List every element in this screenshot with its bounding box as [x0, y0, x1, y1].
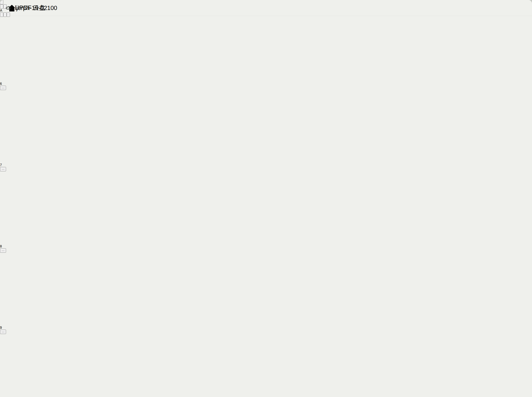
thumbnail-more-button[interactable]: ··· — [0, 330, 6, 334]
thumbnail-page-number: 6 — [0, 82, 532, 86]
thumbnail-more-button[interactable]: ··· — [0, 167, 6, 171]
cloud-icon — [5, 4, 12, 12]
account-avatar[interactable]: A — [0, 9, 532, 12]
thumbnail-page-9[interactable] — [0, 253, 532, 326]
thumbnail-more-button[interactable]: ··· — [0, 248, 6, 253]
highlight-mark-pink — [0, 173, 41, 175]
window-controls: A — [0, 4, 532, 17]
tab-document[interactable]: ijerph-19-02100 — [0, 2, 65, 14]
thumbnail-page-number: 9 — [0, 326, 532, 330]
thumbnail-page-number: 8 — [0, 245, 532, 248]
updf-window: UPDF 云盘ijerph-19-02100 A 6···7···8···9··… — [0, 0, 532, 397]
tab-bar: UPDF 云盘ijerph-19-02100 A — [0, 0, 532, 16]
thumbnail-page-8[interactable] — [0, 171, 532, 245]
thumbnail-panel: 6···7···8···9··· 缩略图 — [0, 9, 532, 397]
thumbnail-page-number: 7 — [0, 163, 532, 167]
highlight-mark-pink — [0, 175, 33, 176]
thumbnail-page-next[interactable] — [0, 334, 532, 397]
tab-label: ijerph-19-02100 — [15, 5, 57, 12]
thumbnail-list: 6···7···8···9··· — [0, 9, 532, 397]
thumbnail-page-6[interactable] — [0, 9, 532, 82]
thumbnail-more-button[interactable]: ··· — [0, 86, 6, 90]
highlight-mark-green — [0, 171, 27, 173]
thumbnail-page-7[interactable] — [0, 90, 532, 163]
